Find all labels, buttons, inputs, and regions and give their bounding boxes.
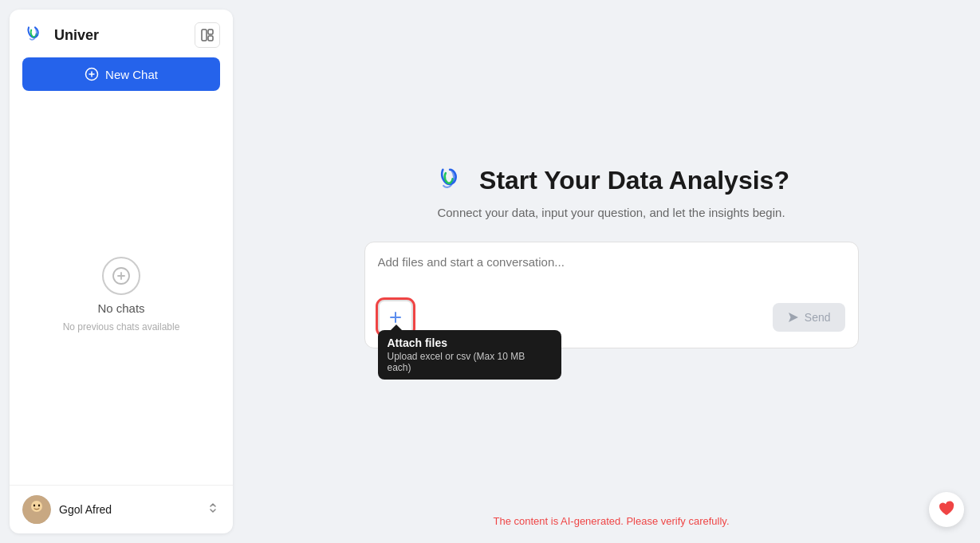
no-chats-icon (102, 257, 140, 295)
svg-point-6 (31, 501, 42, 512)
footer-note: The content is AI-generated. Please veri… (493, 515, 729, 527)
main-content: Start Your Data Analysis? Connect your d… (242, 0, 980, 543)
hero-section: Start Your Data Analysis? Connect your d… (433, 163, 789, 219)
new-chat-label: New Chat (105, 68, 158, 81)
send-button[interactable]: Send (773, 303, 845, 332)
sidebar-footer: Ggol Afred (10, 485, 233, 533)
svg-rect-1 (208, 30, 213, 34)
plus-icon (387, 309, 404, 326)
chat-list-area: No chats No previous chats available (10, 104, 233, 485)
svg-point-8 (33, 505, 35, 507)
new-chat-button[interactable]: New Chat (22, 57, 220, 91)
hero-title: Start Your Data Analysis? (433, 163, 789, 198)
no-chats-label: No chats (97, 301, 144, 315)
tooltip-title: Attach files (388, 336, 552, 349)
svg-rect-0 (202, 30, 207, 41)
hero-title-text: Start Your Data Analysis? (479, 166, 789, 195)
chevron-icon (206, 501, 220, 515)
logo-text: Univer (54, 27, 99, 44)
attach-btn-wrapper: Attach files Upload excel or csv (Max 10… (378, 300, 413, 335)
attach-files-button[interactable] (378, 300, 413, 335)
sidebar-header: Univer (10, 10, 233, 57)
new-chat-icon (85, 67, 99, 81)
heart-icon (938, 501, 955, 518)
send-label: Send (805, 311, 831, 324)
user-avatar (22, 495, 51, 524)
svg-point-9 (38, 505, 40, 507)
user-info: Ggol Afred (22, 495, 112, 524)
footer-note-normal: The content is AI-generated. (493, 515, 626, 527)
user-name: Ggol Afred (59, 503, 112, 516)
sidebar: Univer New Chat No chats No previous cha… (10, 10, 233, 533)
svg-rect-2 (208, 36, 213, 41)
univer-logo-icon (22, 22, 48, 48)
send-icon (787, 311, 800, 324)
plus-circle-icon (112, 266, 131, 285)
attach-tooltip: Attach files Upload excel or csv (Max 10… (378, 330, 561, 380)
footer-note-colored: Please verify carefully. (626, 515, 729, 527)
hero-logo-icon (433, 163, 468, 198)
hero-subtitle: Connect your data, input your question, … (437, 206, 785, 219)
logo-area: Univer (22, 22, 99, 48)
layout-icon (200, 28, 214, 42)
tooltip-sub: Upload excel or csv (Max 10 MB each) (388, 351, 552, 373)
chat-input[interactable] (378, 255, 845, 287)
user-menu-button[interactable] (206, 501, 220, 518)
sidebar-toggle-button[interactable] (195, 22, 220, 48)
heart-button[interactable] (929, 492, 964, 527)
input-bottom-row: Attach files Upload excel or csv (Max 10… (378, 300, 845, 335)
no-chats-sub: No previous chats available (63, 321, 180, 332)
input-container: Attach files Upload excel or csv (Max 10… (364, 242, 859, 348)
